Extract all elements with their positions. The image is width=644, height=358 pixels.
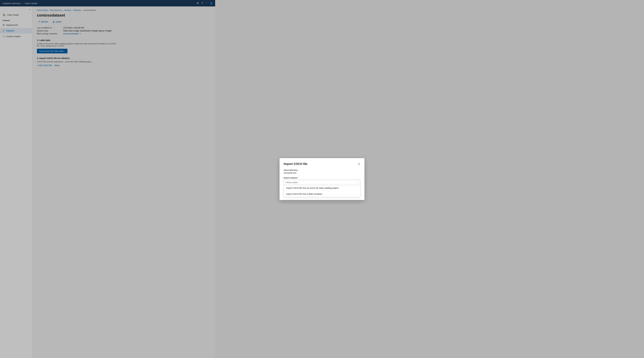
- modal-overlay: Import COCO file ✕ Azure directory micro…: [0, 0, 215, 358]
